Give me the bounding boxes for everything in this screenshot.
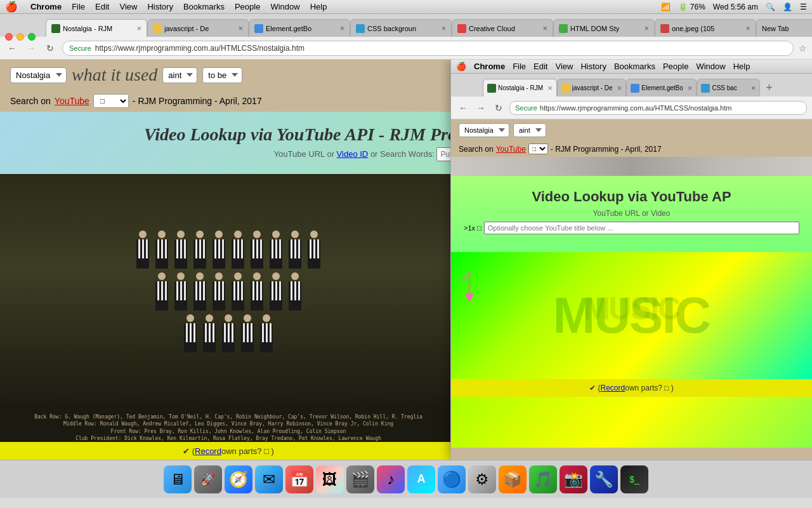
second-tab-css[interactable]: CSS bac × <box>697 79 760 97</box>
dock-finder[interactable]: 🖥 <box>164 465 192 493</box>
nostalgia-select-3[interactable]: to be <box>202 67 242 83</box>
dock-settings[interactable]: ⚙ <box>468 465 496 493</box>
second-choose-input[interactable] <box>484 222 799 234</box>
forward-button[interactable]: → <box>24 41 38 55</box>
dock-icon-6[interactable]: 🎬 <box>346 465 374 493</box>
menu-help[interactable]: Help <box>310 2 327 11</box>
second-menu-window[interactable]: Window <box>696 62 725 71</box>
dock-itunes[interactable]: ♪ <box>377 465 405 493</box>
bookmark-icon[interactable]: ☆ <box>799 43 807 53</box>
spotlight-icon[interactable]: 🔍 <box>766 3 775 11</box>
dock-calendar[interactable]: 📅 <box>285 465 313 493</box>
second-tab-js[interactable]: javascript - De × <box>557 79 627 97</box>
dock-launchpad[interactable]: 🚀 <box>194 465 222 493</box>
menu-window[interactable]: Window <box>270 2 299 11</box>
menu-history[interactable]: History <box>147 2 173 11</box>
menu-edit[interactable]: Edit <box>95 2 109 11</box>
tab-close-css[interactable]: × <box>441 23 446 33</box>
tab-javascript[interactable]: javascript - De × <box>147 19 249 37</box>
dock-photos[interactable]: 🖼 <box>316 465 344 493</box>
second-address-url: https://www.rjmprogramming.com.au/HTMLCS… <box>540 104 732 112</box>
second-back-button[interactable]: ← <box>456 101 470 115</box>
second-new-tab-button[interactable]: + <box>760 79 778 97</box>
second-menu-view[interactable]: View <box>555 62 573 71</box>
menu-bookmarks[interactable]: Bookmarks <box>183 2 225 11</box>
tab-newtab[interactable]: New Tab × <box>756 19 812 37</box>
second-menu-edit[interactable]: Edit <box>534 62 547 71</box>
tab-close-js[interactable]: × <box>238 23 243 33</box>
second-tab-close-element[interactable]: × <box>688 83 693 93</box>
tab-close-dom[interactable]: × <box>644 23 649 33</box>
tab-favicon-js <box>153 24 162 33</box>
player <box>229 272 247 311</box>
second-tab-close-js[interactable]: × <box>617 83 622 93</box>
second-reload-button[interactable]: ↻ <box>492 101 506 115</box>
second-record-link[interactable]: Record <box>601 384 625 392</box>
video-id-link[interactable]: Video ID <box>337 149 369 159</box>
second-menu-history[interactable]: History <box>580 62 606 71</box>
second-tab-favicon-nostalgia <box>487 84 496 93</box>
search-select[interactable]: □ <box>93 94 129 108</box>
dock-mail[interactable]: ✉ <box>255 465 283 493</box>
dock-icon-11[interactable]: 📦 <box>499 465 527 493</box>
menu-people[interactable]: People <box>235 2 260 11</box>
tab-css[interactable]: CSS backgroun × <box>350 19 452 37</box>
menu-view[interactable]: View <box>119 2 137 11</box>
menu-chrome[interactable]: Chrome <box>30 2 62 11</box>
dock-appstore[interactable]: A <box>407 465 435 493</box>
player <box>172 272 190 311</box>
dock-icon-13[interactable]: 📸 <box>560 465 587 493</box>
second-select-2[interactable]: aint <box>513 123 546 137</box>
player <box>191 272 209 311</box>
second-record-check: ✔ ( <box>589 384 600 392</box>
address-box[interactable]: Secure https://www.rjmprogramming.com.au… <box>62 41 794 56</box>
second-apple[interactable]: 🍎 <box>456 62 466 71</box>
tab-close-creative[interactable]: × <box>542 23 547 33</box>
second-address-box[interactable]: Secure https://www.rjmprogramming.com.au… <box>509 101 807 115</box>
tab-creative[interactable]: Creative Cloud × <box>452 19 553 37</box>
back-button[interactable]: ← <box>5 41 19 55</box>
dock-safari[interactable]: 🧭 <box>225 465 252 493</box>
second-menu-file[interactable]: File <box>513 62 526 71</box>
record-link[interactable]: Record <box>195 446 221 456</box>
second-tab-element[interactable]: Element.getBo × <box>626 79 697 97</box>
second-search-select[interactable]: □ <box>528 144 548 154</box>
tab-element[interactable]: Element.getBo × <box>249 19 350 37</box>
youtube-link[interactable]: YouTube <box>55 96 89 106</box>
tab-dom[interactable]: HTML DOM Sty × <box>553 19 655 37</box>
second-tab-close-css[interactable]: × <box>751 83 756 93</box>
reload-button[interactable]: ↻ <box>43 41 57 55</box>
second-menu-bookmarks[interactable]: Bookmarks <box>614 62 655 71</box>
tab-jpeg[interactable]: one.jpeg (105 × <box>655 19 756 37</box>
second-forward-button[interactable]: → <box>474 101 488 115</box>
tab-close-nostalgia[interactable]: × <box>136 23 141 33</box>
menu-file[interactable]: File <box>72 2 85 11</box>
control-icon[interactable]: ☰ <box>800 3 807 11</box>
dock-terminal[interactable]: $_ <box>620 465 648 493</box>
minimize-button[interactable] <box>16 33 24 41</box>
second-menu-people[interactable]: People <box>663 62 688 71</box>
nostalgia-select-2[interactable]: aint <box>162 67 197 83</box>
dock: 🖥 🚀 🧭 ✉ 📅 🖼 🎬 ♪ A 🔵 ⚙ 📦 🎵 📸 🔧 $_ <box>0 460 812 498</box>
dock-icon-14[interactable]: 🔧 <box>590 465 618 493</box>
second-tab-nostalgia[interactable]: Nostalgia - RJM × <box>483 79 557 97</box>
maximize-button[interactable] <box>28 33 36 41</box>
dock-icon-12[interactable]: 🎵 <box>529 465 557 493</box>
dock-icon-9[interactable]: 🔵 <box>438 465 466 493</box>
second-menu-help[interactable]: Help <box>733 62 750 71</box>
second-youtube-link[interactable]: YouTube <box>496 145 526 154</box>
second-select-1[interactable]: Nostalgia <box>459 123 509 137</box>
tab-close-element[interactable]: × <box>339 23 344 33</box>
player <box>305 231 323 269</box>
second-menu-chrome[interactable]: Chrome <box>474 62 505 71</box>
apple-menu[interactable]: 🍎 <box>5 1 18 13</box>
second-tab-close-nostalgia[interactable]: × <box>547 83 553 93</box>
notification-icon[interactable]: 👤 <box>783 3 792 11</box>
tab-nostalgia[interactable]: Nostalgia - RJM × <box>46 19 147 37</box>
second-secure-badge: Secure <box>515 104 537 112</box>
second-photo-strip <box>451 157 812 176</box>
nostalgia-select-1[interactable]: Nostalgia <box>10 67 67 83</box>
tab-close-jpeg[interactable]: × <box>745 23 750 33</box>
tab-favicon-jpeg <box>660 24 669 33</box>
close-button[interactable] <box>5 33 13 41</box>
